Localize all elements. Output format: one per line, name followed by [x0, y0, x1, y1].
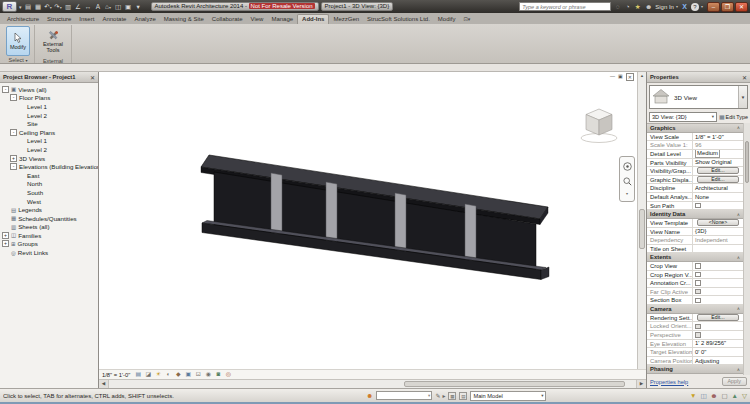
- property-value[interactable]: Independent: [693, 236, 743, 244]
- property-checkbox[interactable]: [695, 272, 701, 278]
- tree-item-groups[interactable]: +⊞Groups: [0, 240, 98, 249]
- tree-item-level-1[interactable]: Level 1: [0, 137, 98, 146]
- property-value[interactable]: [693, 331, 743, 339]
- aligned-dimension-icon[interactable]: ↔: [84, 1, 93, 12]
- collapse-section-icon[interactable]: ∧: [737, 306, 740, 311]
- property-value[interactable]: Show Original: [693, 159, 743, 167]
- select-panel-label[interactable]: Select ▾: [2, 57, 34, 64]
- property-edit-button[interactable]: Edit...: [697, 167, 738, 174]
- edit-type-button[interactable]: ▦ Edit Type: [719, 113, 748, 120]
- property-value[interactable]: Edit...: [693, 176, 743, 184]
- select-links-icon[interactable]: ☻: [711, 390, 718, 402]
- scroll-up-icon[interactable]: ▲: [638, 72, 646, 80]
- property-edit-button[interactable]: Edit...: [697, 176, 738, 183]
- open-icon[interactable]: ▤: [24, 1, 33, 12]
- save-icon[interactable]: ▦: [34, 1, 43, 12]
- thin-lines-icon[interactable]: ▣: [124, 1, 133, 12]
- tab-structure[interactable]: Structure: [43, 15, 75, 24]
- property-value[interactable]: [693, 271, 743, 279]
- tab-add-ins[interactable]: Add-Ins: [297, 14, 329, 24]
- expand-icon[interactable]: +: [10, 155, 17, 162]
- property-checkbox[interactable]: [695, 280, 701, 286]
- tab-annotate[interactable]: Annotate: [98, 15, 130, 24]
- project-browser-header[interactable]: Project Browser - Project1 ✕: [0, 72, 98, 83]
- section-header-extents[interactable]: Extents∧: [647, 253, 743, 262]
- close-icon[interactable]: ✕: [735, 2, 748, 12]
- close-icon[interactable]: ✕: [742, 74, 747, 81]
- tab-massing-site[interactable]: Massing & Site: [160, 15, 208, 24]
- tab-modify[interactable]: Modify: [434, 15, 460, 24]
- tree-item-schedules-quantities[interactable]: ▦Schedules/Quantities: [0, 214, 98, 223]
- modify-button[interactable]: Modify: [6, 26, 30, 56]
- tab-view[interactable]: View: [246, 15, 267, 24]
- property-edit-button[interactable]: Edit...: [697, 314, 738, 321]
- measure-icon[interactable]: ∠: [74, 1, 83, 12]
- sign-in-button[interactable]: Sign In: [655, 4, 674, 10]
- tree-item-families[interactable]: +◫Families: [0, 231, 98, 240]
- collapse-section-icon[interactable]: ∧: [737, 255, 740, 260]
- properties-scrollbar[interactable]: [743, 123, 750, 375]
- temporary-hide-icon[interactable]: ◙: [214, 370, 222, 379]
- vertical-scrollbar[interactable]: ▲: [637, 72, 646, 369]
- tree-item-floor-plans[interactable]: -Floor Plans: [0, 94, 98, 103]
- help-icon[interactable]: ?: [691, 3, 699, 11]
- worksets-icon[interactable]: ☻: [366, 392, 373, 399]
- tab-collaborate[interactable]: Collaborate: [208, 15, 247, 24]
- tree-item-site[interactable]: Site: [0, 119, 98, 128]
- property-value[interactable]: [693, 262, 743, 270]
- property-value[interactable]: 1' 2 89/256": [693, 340, 743, 348]
- search-input[interactable]: [519, 2, 611, 11]
- property-value[interactable]: Edit...: [693, 314, 743, 322]
- property-edit-button[interactable]: <None>: [697, 219, 738, 226]
- crop-view-icon[interactable]: ▣: [184, 370, 192, 379]
- collapse-section-icon[interactable]: ∧: [737, 212, 740, 217]
- sign-in-arrow-icon[interactable]: ▾: [676, 4, 678, 9]
- collapse-icon[interactable]: -: [10, 94, 17, 101]
- collapse-section-icon[interactable]: ∧: [737, 367, 740, 372]
- tab-architecture[interactable]: Architecture: [3, 15, 43, 24]
- property-value[interactable]: [693, 202, 743, 210]
- tree-item-level-2[interactable]: Level 2: [0, 111, 98, 120]
- scroll-right-icon[interactable]: ▶: [636, 380, 646, 388]
- steering-wheel-icon[interactable]: [623, 162, 632, 171]
- property-value[interactable]: <None>: [693, 219, 743, 227]
- application-menu-button[interactable]: R: [2, 1, 17, 12]
- tree-item-west[interactable]: West: [0, 197, 98, 206]
- property-value[interactable]: Adjusting: [693, 357, 743, 365]
- close-icon[interactable]: ✕: [90, 74, 95, 81]
- tab-analyze[interactable]: Analyze: [130, 15, 159, 24]
- tree-item-sheets-all[interactable]: ▥Sheets (all): [0, 223, 98, 232]
- type-selector-arrow-icon[interactable]: ▼: [738, 86, 747, 108]
- property-value[interactable]: Edit...: [693, 167, 743, 175]
- default-3d-view-icon[interactable]: ⌂▾: [104, 1, 113, 13]
- view-restore-icon[interactable]: ▣: [618, 73, 623, 81]
- tree-item-3d-views[interactable]: +3D Views: [0, 154, 98, 163]
- property-checkbox[interactable]: [695, 289, 701, 295]
- tree-item-views-all[interactable]: -▣Views (all): [0, 85, 98, 94]
- property-checkbox[interactable]: [695, 324, 701, 330]
- properties-header[interactable]: Properties ✕: [647, 72, 750, 83]
- external-tools-button[interactable]: External Tools: [39, 26, 67, 57]
- application-menu-arrow-icon[interactable]: ▾: [19, 4, 22, 10]
- active-only-icon[interactable]: ▤: [459, 392, 467, 400]
- collapse-icon[interactable]: -: [10, 129, 17, 136]
- exclude-options-icon[interactable]: ▦: [448, 392, 456, 400]
- properties-scroll-thumb[interactable]: [745, 141, 749, 183]
- viewcube[interactable]: [578, 106, 620, 148]
- view-3d-canvas[interactable]: — ▣ ✕: [99, 72, 646, 369]
- tab-insert[interactable]: Insert: [75, 15, 98, 24]
- scroll-left-icon[interactable]: ◀: [99, 380, 109, 388]
- redo-icon[interactable]: ↷▾: [54, 1, 63, 13]
- collapse-section-icon[interactable]: ∧: [737, 125, 740, 130]
- property-value[interactable]: None: [693, 193, 743, 201]
- property-value[interactable]: [693, 296, 743, 304]
- tree-item-legends[interactable]: ▤Legends: [0, 205, 98, 214]
- design-options-dropdown[interactable]: Main Model: [470, 391, 546, 401]
- visual-style-icon[interactable]: ◪: [144, 370, 152, 379]
- view-close-icon[interactable]: ✕: [626, 73, 634, 81]
- view-minimize-icon[interactable]: —: [610, 73, 615, 81]
- unlocked-view-icon[interactable]: ◉: [204, 370, 212, 379]
- minimize-icon[interactable]: –: [707, 2, 720, 12]
- tree-item-ceiling-plans[interactable]: -Ceiling Plans: [0, 128, 98, 137]
- apply-button[interactable]: Apply: [722, 377, 748, 386]
